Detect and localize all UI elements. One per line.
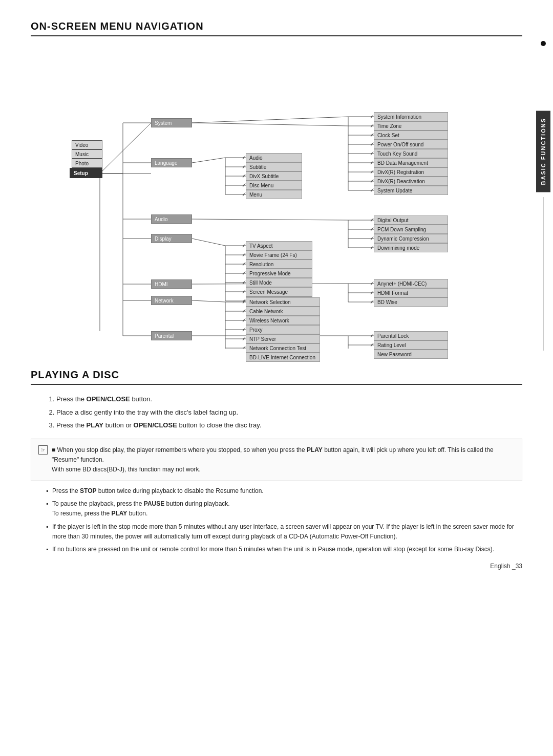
- page-footer: English _33: [490, 563, 522, 570]
- menu-photo: Photo: [72, 159, 102, 168]
- playing-section: PLAYING A DISC Press the OPEN/CLOSE butt…: [31, 369, 522, 554]
- col3-pcm: PCM Down Sampling: [374, 225, 448, 234]
- col3-downmix: Downmixing mode: [374, 243, 448, 252]
- col1-network: Network: [151, 296, 192, 305]
- col3-hdmi-format: HDMI Format: [374, 288, 448, 297]
- menu-video: Video: [72, 140, 102, 149]
- col3-bd-wise: BD Wise: [374, 297, 448, 307]
- col2-menu: Menu: [246, 190, 302, 199]
- bullet-3: If the player is left in the stop mode m…: [46, 522, 522, 542]
- bullet-2: To pause the playback, press the PAUSE b…: [46, 499, 522, 519]
- col2-wireless-network: Wireless Network: [246, 316, 320, 325]
- col2-screen-message: Screen Message: [246, 287, 312, 296]
- col2-network-selection: Network Selection: [246, 297, 320, 307]
- col2-audio: Audio: [246, 153, 302, 162]
- svg-line-12: [192, 117, 348, 123]
- menu-setup: Setup: [70, 168, 102, 178]
- menu-music: Music: [72, 149, 102, 159]
- col3-parental-lock: Parental Lock: [374, 331, 448, 340]
- col2-tv-aspect: TV Aspect: [246, 241, 312, 250]
- bullet-1: Press the STOP button twice during playb…: [46, 486, 522, 496]
- col2-progressive: Progressive Mode: [246, 269, 312, 278]
- col2-proxy: Proxy: [246, 325, 320, 334]
- step-3: Press the PLAY button or OPEN/CLOSE butt…: [56, 420, 522, 430]
- col3-clock-set: Clock Set: [374, 131, 448, 140]
- col3-sys-info: System Information: [374, 112, 448, 121]
- col3-power-sound: Power On/Off sound: [374, 140, 448, 149]
- section2-title: PLAYING A DISC: [31, 369, 522, 385]
- col3-divxr-reg: DivX(R) Registration: [374, 167, 448, 177]
- section1-title: ON-SCREEN MENU NAVIGATION: [31, 20, 522, 36]
- col2-movie-frame: Movie Frame (24 Fs): [246, 250, 312, 260]
- svg-line-51: [192, 300, 225, 302]
- note-content: ☞ ■ When you stop disc play, the player …: [38, 445, 515, 475]
- svg-line-31: [192, 219, 348, 220]
- note-icon: ☞: [38, 445, 48, 455]
- right-sidebar: BASIC FUNCTIONS: [534, 0, 553, 580]
- step-2: Place a disc gently into the tray with t…: [56, 407, 522, 418]
- col1-language: Language: [151, 158, 192, 167]
- col3-time-zone: Time Zone: [374, 121, 448, 131]
- page-container: BASIC FUNCTIONS ON-SCREEN MENU NAVIGATIO…: [0, 0, 553, 580]
- col3-touch-key: Touch Key Sound: [374, 149, 448, 158]
- col2-subtitle: Subtitle: [246, 162, 302, 171]
- col2-resolution: Resolution: [246, 260, 312, 269]
- steps-list: Press the OPEN/CLOSE button. Place a dis…: [46, 394, 522, 430]
- col3-bd-data: BD Data Management: [374, 158, 448, 167]
- col2-bdlive: BD-LIVE Internet Connection: [246, 353, 320, 362]
- sidebar-bullet: [541, 41, 546, 46]
- col3-divxr-deact: DivX(R) Deactivation: [374, 177, 448, 186]
- col2-network-test: Network Connection Test: [246, 343, 320, 353]
- col3-dynamic-comp: Dynamic Compression: [374, 234, 448, 243]
- step-1: Press the OPEN/CLOSE button.: [56, 394, 522, 404]
- col2-divx-subtitle: DivX Subtitle: [246, 171, 302, 181]
- col1-display: Display: [151, 234, 192, 243]
- svg-line-1: [100, 123, 151, 174]
- svg-line-37: [192, 239, 225, 246]
- col2-disc-menu: Disc Menu: [246, 181, 302, 190]
- col2-ntp-server: NTP Server: [246, 334, 320, 343]
- col1-system: System: [151, 118, 192, 127]
- bullet-list: Press the STOP button twice during playb…: [46, 486, 522, 554]
- col1-parental: Parental: [151, 331, 192, 340]
- col2-still-mode: Still Mode: [246, 278, 312, 287]
- sidebar-line: [543, 197, 544, 351]
- col3-rating-level: Rating Level: [374, 340, 448, 350]
- col1-hdmi: HDMI: [151, 279, 192, 289]
- col1-audio: Audio: [151, 214, 192, 224]
- nav-diagram: Video Music Photo Setup System Language …: [56, 47, 497, 349]
- section1: ON-SCREEN MENU NAVIGATION: [31, 20, 522, 349]
- col3-digital-output: Digital Output: [374, 215, 448, 225]
- svg-line-24: [192, 158, 225, 163]
- note-text-main: ■ When you stop disc play, the player re…: [52, 446, 494, 473]
- col3-anynet: Anynet+ (HDMI-CEC): [374, 279, 448, 288]
- sidebar-tab: BASIC FUNCTIONS: [536, 111, 550, 192]
- col3-sys-update: System Update: [374, 186, 448, 195]
- col2-cable-network: Cable Network: [246, 307, 320, 316]
- col3-new-password: New Password: [374, 350, 448, 359]
- svg-line-13: [192, 123, 348, 126]
- note-text: ■ When you stop disc play, the player re…: [52, 445, 515, 475]
- note-box: ☞ ■ When you stop disc play, the player …: [31, 439, 522, 482]
- bullet-4: If no buttons are pressed on the unit or…: [46, 545, 522, 554]
